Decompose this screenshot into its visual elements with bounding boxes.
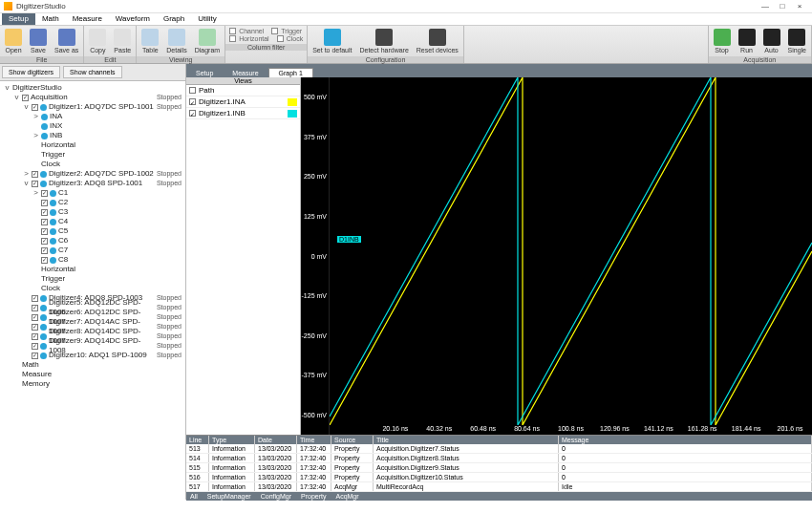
tree-row[interactable]: ✓C3 (4, 207, 183, 217)
checkbox-icon[interactable]: ✓ (22, 95, 29, 101)
log-filter-all[interactable]: All (190, 493, 198, 500)
view-row[interactable]: ✓Digitizer1.INA (186, 96, 300, 108)
stop-button[interactable]: Stop (711, 29, 734, 53)
tree-row[interactable]: ✓C7 (4, 246, 183, 255)
view-row[interactable]: ✓Digitizer1.INB (186, 108, 300, 119)
tree-row[interactable]: >✓C1 (4, 188, 183, 198)
log-col-message[interactable]: Message (559, 436, 812, 444)
log-col-source[interactable]: Source (331, 436, 374, 444)
menu-math[interactable]: Math (35, 13, 66, 25)
checkbox-icon[interactable]: ✓ (41, 247, 48, 254)
tree-row[interactable]: Trigger (4, 274, 183, 284)
log-filter-property[interactable]: Property (301, 493, 326, 500)
tree-row[interactable]: v✓AcquisitionStopped (4, 93, 183, 102)
checkbox-icon[interactable]: ✓ (41, 238, 48, 245)
log-col-title[interactable]: Title (374, 436, 559, 444)
menu-setup[interactable]: Setup (2, 13, 35, 25)
run-button[interactable]: Run (736, 29, 759, 53)
checkbox-icon[interactable]: ✓ (32, 305, 38, 311)
plot-tab-graph-1[interactable]: Graph 1 (268, 68, 313, 77)
log-row[interactable]: 516Information13/03/202017:32:40Property… (186, 473, 812, 482)
open-button[interactable]: Open (2, 29, 25, 53)
checkbox-icon[interactable]: ✓ (189, 98, 196, 105)
plot-tab-measure[interactable]: Measure (223, 69, 267, 77)
tree-row[interactable]: ✓Digitizer9: ADQ14DC SPD-1008Stopped (4, 341, 183, 351)
log-col-time[interactable]: Time (297, 436, 331, 444)
tree-row[interactable]: ✓C2 (4, 198, 183, 207)
checkbox-icon[interactable]: ✓ (41, 209, 48, 216)
tree-row[interactable]: >INA (4, 112, 183, 121)
log-filter-setupmanager[interactable]: SetupManager (207, 493, 251, 500)
save-button[interactable]: Save (27, 29, 50, 53)
log-row[interactable]: 517Information13/03/202017:32:40AcqMgrMu… (186, 482, 812, 492)
tree-row[interactable]: ✓C5 (4, 226, 183, 236)
tree-row[interactable]: Clock (4, 160, 183, 169)
maximize-button[interactable]: □ (774, 2, 791, 11)
checkbox-icon[interactable]: ✓ (41, 228, 48, 235)
detect-hardware-button[interactable]: Detect hardware (356, 29, 411, 53)
copy-button[interactable]: Copy (86, 29, 109, 53)
details-button[interactable]: Details (163, 29, 189, 53)
checkbox-icon[interactable]: ✓ (32, 314, 38, 321)
save-as-button[interactable]: Save as (52, 29, 81, 53)
tree-row[interactable]: >✓Digitizer2: ADQ7DC SPD-1002Stopped (4, 169, 183, 179)
menu-graph[interactable]: Graph (157, 13, 191, 25)
tree-row[interactable]: v✓Digitizer1: ADQ7DC SPD-1001Stopped (4, 102, 183, 112)
checkbox-icon[interactable]: ✓ (41, 257, 48, 264)
log-col-date[interactable]: Date (255, 436, 297, 444)
auto-button[interactable]: Auto (760, 29, 783, 53)
tree-row[interactable]: vDigitizerStudio (4, 83, 183, 93)
checkbox-icon[interactable]: ✓ (32, 324, 38, 331)
set-to-default-button[interactable]: Set to default (310, 29, 354, 53)
menu-utility[interactable]: Utility (191, 13, 224, 25)
filter-channel[interactable]: Channel (229, 28, 264, 34)
checkbox-icon[interactable]: ✓ (32, 333, 38, 340)
checkbox-icon[interactable]: ✓ (41, 219, 48, 225)
single-button[interactable]: Single (785, 29, 809, 53)
checkbox-icon[interactable]: ✓ (32, 343, 38, 350)
paste-button[interactable]: Paste (111, 29, 134, 53)
tab-show-digitizers[interactable]: Show digitizers (2, 66, 60, 78)
close-button[interactable]: × (791, 2, 808, 11)
checkbox-icon[interactable]: ✓ (32, 171, 38, 178)
filter-clock[interactable]: Clock (277, 35, 304, 42)
tree-row[interactable]: ✓C4 (4, 217, 183, 226)
checkbox-icon[interactable]: ✓ (32, 104, 38, 111)
tree-row[interactable]: Math (4, 360, 183, 370)
log-filter-acqmgr[interactable]: AcqMgr (335, 493, 358, 500)
menu-measure[interactable]: Measure (66, 13, 109, 25)
tree-row[interactable]: INX (4, 121, 183, 131)
tree-row[interactable]: v✓Digitizer3: ADQ8 SPD-1001Stopped (4, 179, 183, 188)
minimize-button[interactable]: — (757, 2, 774, 11)
reset-devices-button[interactable]: Reset devices (414, 29, 461, 53)
checkbox-icon[interactable]: ✓ (32, 181, 38, 187)
tree-row[interactable]: Trigger (4, 150, 183, 160)
diagram-button[interactable]: Diagram (192, 29, 223, 53)
tree-row[interactable]: Clock (4, 284, 183, 293)
filter-horizontal[interactable]: Horizontal (229, 35, 269, 42)
log-filter-configmgr[interactable]: ConfigMgr (261, 493, 291, 500)
tree-row[interactable]: Horizontal (4, 265, 183, 274)
log-row[interactable]: 513Information13/03/202017:32:40Property… (186, 444, 812, 454)
log-col-line[interactable]: Line (186, 436, 209, 444)
chart-area[interactable]: D1INB 20.16 ns40.32 ns60.48 ns80.64 ns10… (330, 77, 812, 435)
tree-row[interactable]: Horizontal (4, 140, 183, 150)
checkbox-icon[interactable]: ✓ (41, 190, 48, 197)
tree-row[interactable]: ✓C8 (4, 255, 183, 265)
tree-row[interactable]: ✓Digitizer10: ADQ1 SPD-1009Stopped (4, 351, 183, 360)
menu-waveform[interactable]: Waveform (109, 13, 157, 25)
tree-row[interactable]: ✓C6 (4, 236, 183, 246)
tab-show-channels[interactable]: Show channels (63, 66, 121, 78)
table-button[interactable]: Table (139, 29, 161, 53)
checkbox-icon[interactable]: ✓ (189, 110, 196, 117)
log-col-type[interactable]: Type (209, 436, 255, 444)
checkbox-icon[interactable]: ✓ (32, 353, 38, 359)
tree-row[interactable]: >INB (4, 131, 183, 140)
checkbox-icon[interactable]: ✓ (41, 200, 48, 206)
tree-row[interactable]: Measure (4, 370, 183, 379)
plot-tab-setup[interactable]: Setup (186, 69, 223, 77)
log-row[interactable]: 515Information13/03/202017:32:40Property… (186, 463, 812, 473)
tree-row[interactable]: Memory (4, 379, 183, 389)
checkbox-icon[interactable]: ✓ (32, 295, 38, 302)
filter-trigger[interactable]: Trigger (271, 28, 302, 34)
